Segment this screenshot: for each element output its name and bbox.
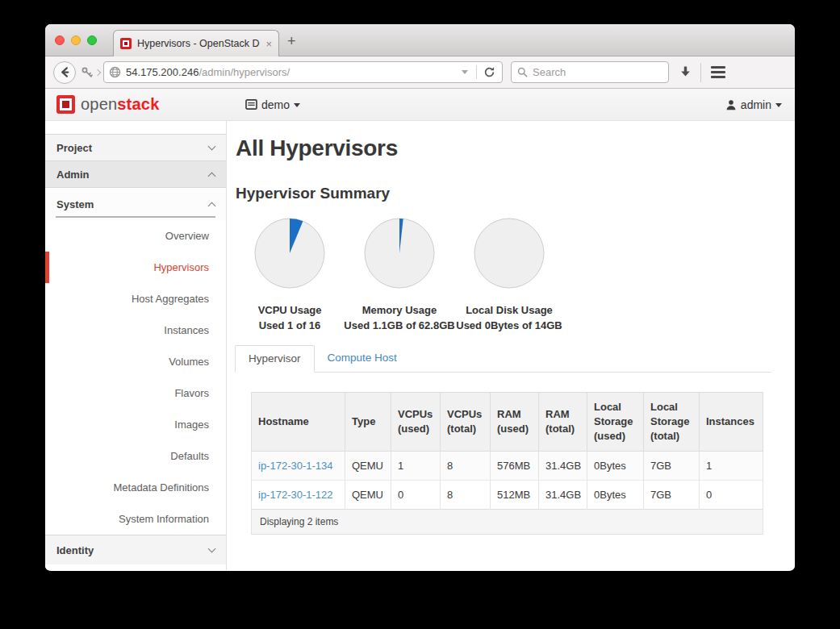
pie-label: Local Disk UsageUsed 0Bytes of 14GB xyxy=(450,302,568,333)
url-host: 54.175.200.246 xyxy=(126,66,199,78)
sidebar-item-system-information[interactable]: System Information xyxy=(45,503,226,535)
search-bar[interactable] xyxy=(511,61,669,83)
chevron-down-icon xyxy=(208,545,216,553)
chevron-down-icon xyxy=(775,103,782,107)
close-tab-icon[interactable]: × xyxy=(265,38,272,50)
sidebar-section-project[interactable]: Project xyxy=(45,135,226,161)
table-cell: 1 xyxy=(391,452,441,481)
sidebar-item-instances[interactable]: Instances xyxy=(45,314,226,346)
window-controls xyxy=(55,35,97,45)
browser-tab[interactable]: Hypervisors - OpenStack D... × xyxy=(113,30,279,56)
sidebar-item-hypervisors[interactable]: Hypervisors xyxy=(45,252,226,283)
url-path: /admin/hypervisors/ xyxy=(199,66,290,78)
hostname-link[interactable]: ip-172-30-1-122 xyxy=(258,489,333,501)
table-row: ip-172-30-1-134QEMU18576MB31.4GB0Bytes7G… xyxy=(252,452,763,481)
tab-hypervisor[interactable]: Hypervisor xyxy=(235,345,315,373)
reload-button[interactable] xyxy=(482,66,497,78)
table-cell: 7GB xyxy=(644,452,700,481)
user-name: admin xyxy=(741,98,771,111)
pie-title: Memory Usage xyxy=(341,302,458,318)
breadcrumb-chevron-icon xyxy=(94,69,101,75)
globe-icon xyxy=(109,66,121,78)
close-window-button[interactable] xyxy=(55,35,65,45)
sidebar-section-identity[interactable]: Identity xyxy=(45,535,226,564)
pie-title: Local Disk Usage xyxy=(450,302,568,318)
table-cell: 31.4GB xyxy=(539,452,587,481)
pie-subtitle: Used 0Bytes of 14GB xyxy=(450,318,568,333)
url-bar[interactable]: 54.175.200.246/admin/hypervisors/ xyxy=(103,61,503,83)
table-cell: QEMU xyxy=(345,452,391,481)
zoom-window-button[interactable] xyxy=(87,35,97,45)
chevron-down-icon xyxy=(294,103,300,107)
column-header: Local Storage (total) xyxy=(644,393,700,452)
chevron-up-icon xyxy=(208,202,216,210)
sidebar-item-defaults[interactable]: Defaults xyxy=(45,440,226,472)
table-cell: 7GB xyxy=(644,481,700,510)
pie-subtitle: Used 1.1GB of 62.8GB xyxy=(341,318,458,333)
tab-title: Hypervisors - OpenStack D... xyxy=(137,38,260,49)
pie-charts: VCPU UsageUsed 1 of 16Memory UsageUsed 1… xyxy=(235,218,771,333)
table-cell: 0Bytes xyxy=(587,452,644,481)
openstack-logo-icon xyxy=(56,95,75,114)
column-header: Type xyxy=(345,393,391,452)
user-menu[interactable]: admin xyxy=(725,98,782,111)
column-header: RAM (total) xyxy=(539,393,587,452)
hostname-link[interactable]: ip-172-30-1-134 xyxy=(258,460,333,472)
table-cell: 1 xyxy=(700,452,763,481)
back-button[interactable] xyxy=(53,61,76,84)
column-header: Local Storage (used) xyxy=(587,393,644,452)
sidebar-item-images[interactable]: Images xyxy=(45,409,226,440)
table-footer-row: Displaying 2 items xyxy=(252,510,763,535)
chevron-up-icon xyxy=(208,172,216,180)
table-body: ip-172-30-1-134QEMU18576MB31.4GB0Bytes7G… xyxy=(252,452,763,510)
reload-icon xyxy=(483,66,495,78)
search-input[interactable] xyxy=(533,66,662,78)
hostname-cell: ip-172-30-1-134 xyxy=(252,452,345,481)
sidebar-item-volumes[interactable]: Volumes xyxy=(45,346,226,377)
sidebar-top-strip xyxy=(45,121,226,135)
sidebar-item-host-aggregates[interactable]: Host Aggregates xyxy=(45,283,226,314)
title-bar: Hypervisors - OpenStack D... × + xyxy=(45,24,795,56)
table-cell: 0 xyxy=(700,481,763,510)
sidebar-section-system[interactable]: System xyxy=(45,188,226,220)
openstack-logo[interactable]: openstack xyxy=(56,95,159,114)
page-content: Project Admin System OverviewHypervisors… xyxy=(45,121,795,570)
url-dropdown-icon[interactable] xyxy=(462,70,468,74)
url-text[interactable]: 54.175.200.246/admin/hypervisors/ xyxy=(126,66,457,78)
pie-chart-svg xyxy=(364,218,435,289)
pie-local-disk-usage: Local Disk UsageUsed 0Bytes of 14GB xyxy=(454,218,564,333)
tab-content: HostnameTypeVCPUs (used)VCPUs (total)RAM… xyxy=(235,373,771,535)
system-items: OverviewHypervisorsHost AggregatesInstan… xyxy=(45,220,226,535)
pie-label: VCPU UsageUsed 1 of 16 xyxy=(231,302,349,333)
pie-vcpu-usage: VCPU UsageUsed 1 of 16 xyxy=(235,218,345,333)
key-icon[interactable] xyxy=(81,66,94,79)
sidebar-item-flavors[interactable]: Flavors xyxy=(45,377,226,409)
table-footer: Displaying 2 items xyxy=(252,510,763,535)
tab-compute-host[interactable]: Compute Host xyxy=(315,345,410,373)
table-row: ip-172-30-1-122QEMU08512MB31.4GB0Bytes7G… xyxy=(252,481,763,510)
table-cell: 576MB xyxy=(491,452,539,481)
project-switcher[interactable]: demo xyxy=(245,98,300,111)
url-divider xyxy=(476,65,477,79)
browser-window: Hypervisors - OpenStack D... × + xyxy=(45,24,795,571)
column-header: VCPUs (used) xyxy=(391,393,441,452)
menu-button[interactable] xyxy=(709,63,727,81)
column-header: Instances xyxy=(700,393,763,452)
back-arrow-icon xyxy=(59,66,71,78)
table-cell: 0Bytes xyxy=(587,481,644,510)
sidebar-item-overview[interactable]: Overview xyxy=(45,220,226,252)
sidebar-item-metadata-definitions[interactable]: Metadata Definitions xyxy=(45,472,226,503)
tab-bar: Hypervisor Compute Host xyxy=(235,345,771,373)
toolbar-divider xyxy=(700,63,701,82)
new-tab-button[interactable]: + xyxy=(287,34,296,48)
column-header: VCPUs (total) xyxy=(441,393,491,452)
openstack-header: openstack demo admin xyxy=(45,89,795,121)
summary-title: Hypervisor Summary xyxy=(236,185,771,202)
sidebar-section-admin[interactable]: Admin xyxy=(45,161,226,188)
table-cell: QEMU xyxy=(345,481,391,510)
pie-memory-usage: Memory UsageUsed 1.1GB of 62.8GB xyxy=(345,218,454,333)
minimize-window-button[interactable] xyxy=(71,35,81,45)
table-cell: 8 xyxy=(441,452,491,481)
column-header: RAM (used) xyxy=(491,393,539,452)
downloads-button[interactable] xyxy=(679,65,692,79)
